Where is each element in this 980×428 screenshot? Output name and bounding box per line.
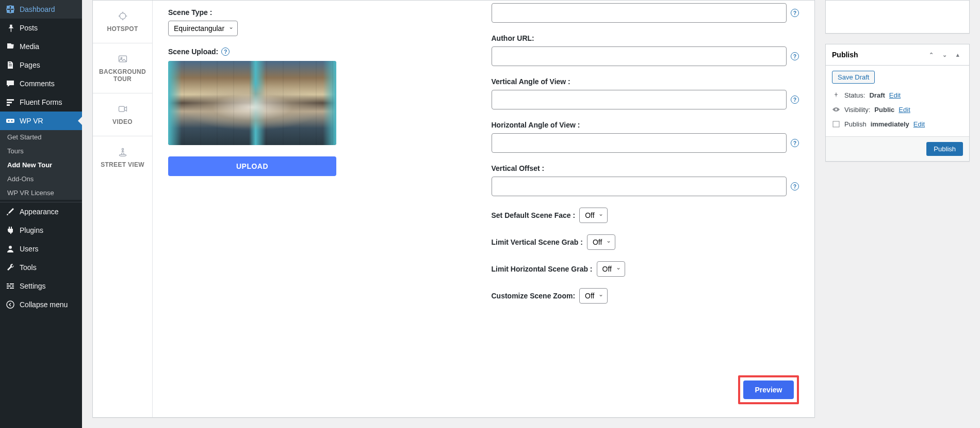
panel-toggle-icon[interactable]: ▴ xyxy=(953,50,963,60)
plug-icon xyxy=(5,225,15,235)
limit-vertical-field: Limit Vertical Scene Grab : Off xyxy=(492,234,799,250)
submenu-addons[interactable]: Add-Ons xyxy=(0,172,82,186)
sidebar-label: Plugins xyxy=(20,226,43,234)
sidebar-item-posts[interactable]: Posts xyxy=(0,19,82,37)
svg-rect-2 xyxy=(7,102,12,103)
svg-rect-1 xyxy=(7,99,14,101)
publish-button[interactable]: Publish xyxy=(926,142,963,156)
svg-point-6 xyxy=(11,120,13,122)
pin-icon xyxy=(832,91,840,99)
sidebar-label: Posts xyxy=(20,24,38,32)
sidebar-item-dashboard[interactable]: Dashboard xyxy=(0,0,82,19)
limit-horizontal-field: Limit Horizontal Scene Grab : Off xyxy=(492,261,799,277)
help-icon[interactable] xyxy=(791,96,799,104)
scene-type-select[interactable]: Equirectangular xyxy=(168,21,238,36)
comments-icon xyxy=(5,78,15,89)
svg-point-9 xyxy=(120,13,126,19)
zoom-select[interactable]: Off xyxy=(579,288,608,304)
sidebar-item-comments[interactable]: Comments xyxy=(0,74,82,93)
upload-button[interactable]: UPLOAD xyxy=(168,156,336,176)
sidebar-item-pages[interactable]: Pages xyxy=(0,56,82,74)
sidebar-item-plugins[interactable]: Plugins xyxy=(0,221,82,240)
preview-button[interactable]: Preview xyxy=(743,381,794,399)
street-view-icon xyxy=(118,147,128,157)
limit-horizontal-select[interactable]: Off xyxy=(597,261,625,277)
media-icon xyxy=(5,41,15,52)
visibility-edit-link[interactable]: Edit xyxy=(899,106,910,114)
status-edit-link[interactable]: Edit xyxy=(889,91,901,99)
zoom-label: Customize Scene Zoom: xyxy=(492,292,576,300)
svg-point-8 xyxy=(7,301,14,308)
vaov-label: Vertical Angle of View : xyxy=(492,77,799,86)
svg-rect-4 xyxy=(6,119,14,123)
calendar-icon xyxy=(832,120,840,128)
sidebar-item-media[interactable]: Media xyxy=(0,37,82,56)
target-icon xyxy=(118,11,128,21)
vaov-input[interactable] xyxy=(492,90,787,109)
help-icon[interactable] xyxy=(221,47,230,56)
sidebar-label: Collapse menu xyxy=(20,300,68,309)
sidebar-item-users[interactable]: Users xyxy=(0,240,82,258)
top-input-field xyxy=(492,3,799,23)
submenu-add-new-tour[interactable]: Add New Tour xyxy=(0,158,82,172)
panel-up-icon[interactable]: ⌃ xyxy=(926,50,936,60)
sidebar-item-wpvr[interactable]: WP VR xyxy=(0,112,82,130)
sidebar-label: Media xyxy=(20,42,39,51)
sidebar-item-appearance[interactable]: Appearance xyxy=(0,202,82,221)
svg-point-5 xyxy=(8,120,10,122)
publish-time-value: immediately xyxy=(871,120,909,128)
status-row: Status: Draft Edit xyxy=(832,88,963,102)
video-icon xyxy=(118,104,128,114)
sidebar-item-fluent-forms[interactable]: Fluent Forms xyxy=(0,93,82,112)
user-icon xyxy=(5,244,15,254)
sidebar-item-tools[interactable]: Tools xyxy=(0,258,82,277)
svg-rect-12 xyxy=(119,106,124,112)
publish-time-edit-link[interactable]: Edit xyxy=(913,120,925,128)
haov-input[interactable] xyxy=(492,133,787,153)
empty-meta-box xyxy=(825,0,970,34)
scene-type-field: Scene Type : Equirectangular xyxy=(168,8,476,36)
save-draft-button[interactable]: Save Draft xyxy=(832,71,875,84)
vtab-background-tour[interactable]: BACKGROUND TOUR xyxy=(93,43,152,93)
sidebar-label: Pages xyxy=(20,61,40,69)
brush-icon xyxy=(5,207,15,217)
limit-vertical-label: Limit Vertical Scene Grab : xyxy=(492,238,583,246)
sidebar-item-settings[interactable]: Settings xyxy=(0,277,82,295)
help-icon[interactable] xyxy=(791,139,799,147)
help-icon[interactable] xyxy=(791,52,799,60)
haov-label: Horizontal Angle of View : xyxy=(492,121,799,129)
sidebar-label: WP VR xyxy=(20,117,43,125)
voffset-input[interactable] xyxy=(492,177,787,196)
pages-icon xyxy=(5,60,15,70)
scene-upload-field: Scene Upload: xyxy=(168,47,476,145)
default-face-select[interactable]: Off xyxy=(579,208,608,223)
haov-field: Horizontal Angle of View : xyxy=(492,121,799,153)
submenu-get-started[interactable]: Get Started xyxy=(0,130,82,144)
sidebar-label: Dashboard xyxy=(20,5,55,13)
scene-preview-image xyxy=(168,61,336,145)
sidebar-item-collapse[interactable]: Collapse menu xyxy=(0,295,82,314)
zoom-field: Customize Scene Zoom: Off xyxy=(492,288,799,304)
help-icon[interactable] xyxy=(791,182,799,191)
eye-icon xyxy=(832,105,840,114)
submenu-tours[interactable]: Tours xyxy=(0,144,82,158)
vtab-hotspot[interactable]: HOTSPOT xyxy=(93,1,152,43)
vtab-street-view[interactable]: STREET VIEW xyxy=(93,136,152,179)
author-url-label: Author URL: xyxy=(492,34,799,42)
author-url-input[interactable] xyxy=(492,46,787,66)
help-icon[interactable] xyxy=(791,9,799,17)
limit-vertical-select[interactable]: Off xyxy=(587,234,615,250)
sidebar-label: Tools xyxy=(20,263,37,272)
vtab-video[interactable]: VIDEO xyxy=(93,93,152,136)
publish-title: Publish xyxy=(832,51,858,59)
image-icon xyxy=(118,54,128,64)
panel-down-icon[interactable]: ⌄ xyxy=(939,50,950,60)
submenu-license[interactable]: WP VR License xyxy=(0,186,82,200)
sidebar-label: Comments xyxy=(20,80,55,88)
voffset-field: Vertical Offset : xyxy=(492,164,799,196)
top-text-input[interactable] xyxy=(492,3,787,23)
default-face-label: Set Default Scene Face : xyxy=(492,211,576,219)
wpvr-submenu: Get Started Tours Add New Tour Add-Ons W… xyxy=(0,130,82,200)
vtab-label: STREET VIEW xyxy=(101,161,144,168)
sidebar-label: Users xyxy=(20,245,39,253)
